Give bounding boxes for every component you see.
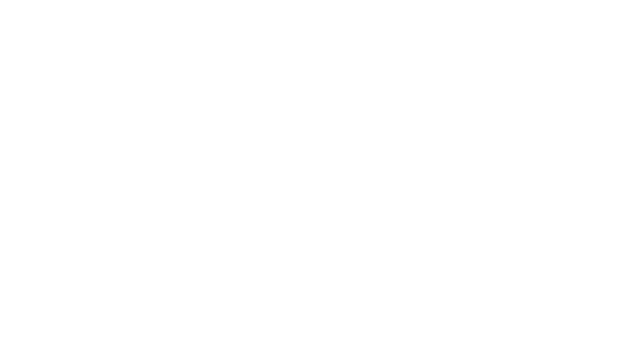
editor-gutter [0, 0, 18, 353]
